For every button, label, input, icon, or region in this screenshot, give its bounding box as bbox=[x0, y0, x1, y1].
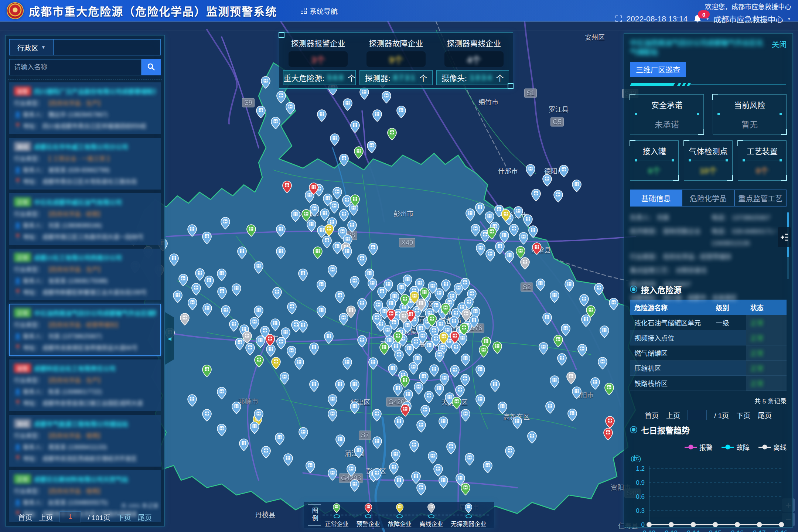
map-marker[interactable] bbox=[434, 383, 444, 396]
legend-item-故障[interactable]: 故障 bbox=[722, 442, 750, 452]
map-marker[interactable] bbox=[394, 350, 404, 362]
map-marker[interactable] bbox=[383, 279, 393, 292]
map-marker[interactable] bbox=[265, 334, 275, 347]
map-marker[interactable] bbox=[475, 365, 485, 377]
map-marker[interactable] bbox=[586, 305, 596, 318]
company-list-item[interactable]: 报警 成都科宏达化工有限责任公司 行业类型： 【危险化学品 - 生产】 👤 联系… bbox=[9, 359, 161, 411]
map-marker[interactable] bbox=[429, 364, 439, 377]
map-marker[interactable] bbox=[342, 246, 352, 259]
map-marker[interactable] bbox=[577, 344, 587, 357]
map-marker[interactable] bbox=[365, 269, 374, 281]
map-marker[interactable] bbox=[539, 342, 548, 355]
map-marker[interactable] bbox=[490, 379, 500, 392]
next-page-button[interactable]: 下页 bbox=[117, 512, 131, 522]
map-marker[interactable] bbox=[309, 183, 318, 195]
map-marker[interactable] bbox=[498, 402, 507, 414]
company-list-item[interactable]: 正常 成都川化工有限公司西南分公司 行业类型： 【危险化学品 - 生产】 👤 联… bbox=[9, 249, 161, 300]
map-marker[interactable] bbox=[514, 206, 523, 219]
map-marker[interactable] bbox=[339, 209, 349, 222]
map-marker[interactable] bbox=[287, 302, 297, 314]
map-marker[interactable] bbox=[559, 165, 569, 177]
plant-3d-tour-button[interactable]: 三维厂区巡查 bbox=[630, 62, 686, 77]
hazard-table-row[interactable]: 铁路栈桥区 正常 bbox=[630, 376, 787, 391]
map-marker[interactable] bbox=[476, 243, 485, 256]
map-marker[interactable] bbox=[317, 280, 326, 292]
map-marker[interactable] bbox=[339, 154, 349, 166]
map-marker[interactable] bbox=[475, 394, 485, 407]
map-marker[interactable] bbox=[485, 249, 495, 262]
map-marker[interactable] bbox=[400, 375, 410, 388]
map-marker[interactable] bbox=[528, 225, 538, 238]
hazard-table-row[interactable]: 液化石油气储罐区单元 一级 正常 bbox=[630, 315, 787, 330]
map-marker[interactable] bbox=[394, 416, 404, 429]
region-filter-dropdown[interactable]: 行政区 ▼ bbox=[9, 39, 54, 55]
map-marker[interactable] bbox=[276, 246, 286, 259]
map-marker[interactable] bbox=[561, 324, 570, 336]
map-marker[interactable] bbox=[536, 279, 545, 291]
map-marker[interactable] bbox=[441, 303, 450, 316]
map-marker[interactable] bbox=[254, 409, 263, 422]
map-marker[interactable] bbox=[280, 372, 289, 385]
tab-基础信息[interactable]: 基础信息 bbox=[630, 190, 682, 207]
map-marker[interactable] bbox=[328, 468, 337, 481]
map-marker[interactable] bbox=[459, 323, 469, 335]
map-marker[interactable] bbox=[350, 402, 359, 414]
map-marker[interactable] bbox=[499, 231, 509, 243]
map-marker[interactable] bbox=[217, 424, 226, 436]
map-marker[interactable] bbox=[217, 287, 227, 299]
map-marker[interactable] bbox=[479, 345, 488, 358]
legend-item-离线[interactable]: 离线 bbox=[758, 442, 787, 452]
map-marker[interactable] bbox=[357, 335, 367, 348]
prev-page-button[interactable]: 上页 bbox=[39, 512, 53, 522]
map-marker[interactable] bbox=[461, 409, 470, 422]
map-marker[interactable] bbox=[439, 332, 449, 344]
map-marker[interactable] bbox=[461, 309, 471, 321]
map-marker[interactable] bbox=[460, 278, 470, 290]
hz-page-input[interactable] bbox=[688, 410, 707, 420]
map-marker[interactable] bbox=[282, 181, 292, 193]
map-marker[interactable] bbox=[372, 313, 382, 325]
company-list-item[interactable]: 离线 成都石化华年威工有限公司分公司 行业类型： 【 工贸企业 - 一般工贸 】… bbox=[9, 138, 161, 190]
page-input[interactable] bbox=[59, 511, 81, 522]
map-marker[interactable] bbox=[399, 311, 409, 324]
map-marker[interactable] bbox=[191, 283, 201, 296]
map-marker[interactable] bbox=[324, 224, 334, 236]
map-marker[interactable] bbox=[471, 224, 480, 236]
map-marker[interactable] bbox=[298, 269, 308, 281]
map-marker[interactable] bbox=[335, 379, 345, 392]
map-marker[interactable] bbox=[435, 350, 444, 362]
map-marker[interactable] bbox=[276, 224, 286, 237]
map-marker[interactable] bbox=[322, 236, 332, 248]
map-marker[interactable] bbox=[232, 283, 241, 296]
map-marker[interactable] bbox=[400, 294, 410, 307]
map-marker[interactable] bbox=[505, 250, 514, 263]
map-marker[interactable] bbox=[256, 106, 266, 118]
map-marker[interactable] bbox=[450, 331, 460, 344]
map-marker[interactable] bbox=[433, 464, 443, 477]
search-input[interactable] bbox=[9, 59, 141, 75]
map-marker[interactable] bbox=[291, 209, 300, 222]
tab-重点监管工艺[interactable]: 重点监管工艺 bbox=[734, 190, 787, 207]
map-marker[interactable] bbox=[250, 422, 259, 434]
map-marker[interactable] bbox=[324, 331, 334, 344]
map-marker[interactable] bbox=[403, 389, 413, 402]
map-marker[interactable] bbox=[372, 468, 382, 481]
map-marker[interactable] bbox=[332, 187, 342, 200]
map-marker[interactable] bbox=[465, 453, 474, 466]
map-marker[interactable] bbox=[359, 87, 369, 100]
map-marker[interactable] bbox=[441, 279, 451, 292]
sidebar-collapse-handle[interactable]: ◀ bbox=[165, 312, 174, 365]
map-marker[interactable] bbox=[221, 217, 230, 229]
map-marker[interactable] bbox=[328, 409, 337, 422]
map-marker[interactable] bbox=[188, 298, 197, 310]
map-marker[interactable] bbox=[357, 254, 367, 266]
map-marker[interactable] bbox=[579, 294, 589, 307]
map-marker[interactable] bbox=[466, 208, 475, 221]
map-marker[interactable] bbox=[512, 416, 522, 429]
map-marker[interactable] bbox=[350, 120, 360, 133]
map-marker[interactable] bbox=[509, 224, 519, 236]
map-marker[interactable] bbox=[306, 461, 315, 473]
map-marker[interactable] bbox=[495, 242, 505, 254]
map-marker[interactable] bbox=[343, 98, 352, 111]
map-marker[interactable] bbox=[372, 109, 382, 122]
